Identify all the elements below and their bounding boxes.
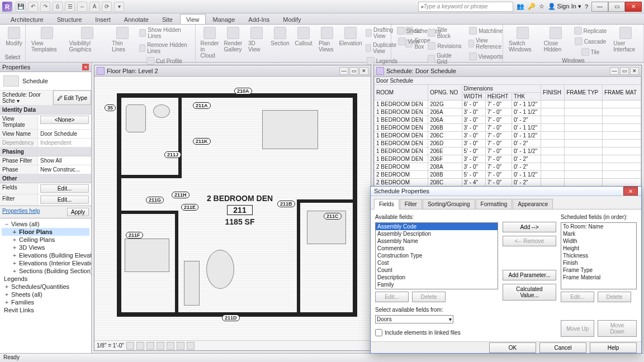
- title-block-button[interactable]: Title Block: [425, 26, 463, 40]
- user-interface-button[interactable]: User Interface: [611, 26, 640, 54]
- thin-lines-button[interactable]: Thin Lines: [110, 26, 135, 54]
- dialog-tab-fields[interactable]: Fields: [374, 199, 399, 209]
- scale-label[interactable]: 1/8" = 1'-0": [97, 342, 124, 349]
- replicate-button[interactable]: Replicate: [572, 26, 609, 36]
- door-tag[interactable]: 211D: [222, 315, 240, 321]
- revisions-button[interactable]: Revisions: [425, 41, 463, 51]
- include-linked-checkbox[interactable]: [375, 329, 382, 336]
- keys-icon[interactable]: 🔑: [528, 3, 536, 10]
- ribbon-tab-view[interactable]: View: [180, 14, 206, 24]
- qat-measure-icon[interactable]: ↔: [77, 2, 87, 12]
- sch-close-button[interactable]: ✕: [630, 67, 639, 75]
- dialog-tab-appearance[interactable]: Appearance: [513, 199, 553, 209]
- properties-close-icon[interactable]: ✕: [82, 64, 89, 70]
- scheduled-field-item[interactable]: Frame Material: [561, 274, 636, 281]
- ribbon-tab-modify[interactable]: Modify: [277, 14, 307, 24]
- available-fields-list[interactable]: Assembly CodeAssembly DescriptionAssembl…: [375, 222, 498, 289]
- scheduled-field-item[interactable]: To Room: Name: [561, 223, 636, 230]
- add-parameter-button[interactable]: Add Parameter...: [503, 270, 556, 280]
- app-icon[interactable]: R: [2, 2, 12, 12]
- qat-print-icon[interactable]: ⎙: [53, 2, 63, 12]
- render-gallery-button[interactable]: Render Gallery: [222, 26, 244, 54]
- calculated-value-button[interactable]: Calculated Value...: [503, 284, 556, 301]
- scheduled-field-item[interactable]: Thickness: [561, 252, 636, 259]
- schedule-titlebar[interactable]: Schedule: Door Schedule —▭✕: [374, 65, 641, 77]
- help-icon[interactable]: ?: [585, 3, 588, 10]
- switch-windows-button[interactable]: Switch Windows: [506, 26, 539, 54]
- phase-filter-value[interactable]: Show All: [38, 156, 91, 165]
- visual-style-icon[interactable]: [136, 342, 144, 350]
- project-browser[interactable]: − Views (all)+ Floor Plans+ Ceiling Plan…: [0, 218, 91, 353]
- fields-edit-button[interactable]: Edit...: [40, 184, 89, 193]
- ribbon-tab-add-ins[interactable]: Add-Ins: [242, 14, 276, 24]
- type-selector[interactable]: Schedule: [0, 72, 91, 90]
- tree-item[interactable]: Revit Links: [2, 306, 89, 314]
- available-field-item[interactable]: Assembly Code: [376, 223, 498, 230]
- ok-button[interactable]: OK: [489, 342, 536, 353]
- door-tag[interactable]: 211E: [181, 204, 198, 211]
- delete-scheduled-button[interactable]: Delete: [598, 292, 631, 302]
- qat-more-icon[interactable]: ▾: [114, 2, 124, 12]
- close-hidden-button[interactable]: Close Hidden: [542, 26, 570, 54]
- tree-item[interactable]: + Schedules/Quantities: [2, 283, 89, 290]
- available-field-item[interactable]: Family and Type: [376, 288, 498, 289]
- scheduled-field-item[interactable]: Mark: [561, 230, 636, 237]
- properties-help-link[interactable]: Properties help: [2, 208, 40, 216]
- delete-field-button[interactable]: Delete: [412, 292, 446, 302]
- ribbon-tab-manage[interactable]: Manage: [207, 14, 242, 24]
- callout-button[interactable]: Callout: [293, 26, 314, 47]
- tree-item[interactable]: + Families: [2, 298, 89, 306]
- tree-item[interactable]: Legends: [2, 275, 89, 283]
- maximize-button[interactable]: ▭: [608, 2, 625, 12]
- fp-min-button[interactable]: —: [339, 67, 348, 75]
- hide-icon[interactable]: [177, 342, 184, 350]
- fp-max-button[interactable]: ▭: [349, 67, 358, 75]
- 3d-view-button[interactable]: 3D View: [246, 26, 267, 54]
- elevation-button[interactable]: Elevation: [340, 26, 361, 47]
- sun-path-icon[interactable]: [146, 342, 154, 350]
- scheduled-field-item[interactable]: Width: [561, 237, 636, 245]
- qat-sync-icon[interactable]: ⟳: [102, 2, 112, 12]
- view-template-button[interactable]: <None>: [40, 116, 89, 124]
- ribbon-tab-site[interactable]: Site: [156, 14, 179, 24]
- qat-save-icon[interactable]: 💾: [16, 2, 26, 12]
- tree-item[interactable]: + Ceiling Plans: [2, 236, 89, 244]
- door-tag[interactable]: 211C: [324, 213, 342, 220]
- qat-redo-icon[interactable]: ↷: [40, 2, 50, 12]
- available-field-item[interactable]: Family: [376, 281, 498, 288]
- door-tag[interactable]: 211G: [146, 197, 164, 203]
- sch-max-button[interactable]: ▭: [620, 67, 629, 75]
- dialog-tab-sortinggrouping[interactable]: Sorting/Grouping: [423, 199, 475, 209]
- dialog-tab-formatting[interactable]: Formatting: [476, 199, 513, 209]
- close-button[interactable]: ✕: [625, 2, 642, 12]
- show-hidden-button[interactable]: Show Hidden Lines: [137, 26, 192, 40]
- phase-value[interactable]: New Construc...: [38, 165, 91, 174]
- door-tag[interactable]: 211A: [193, 102, 211, 109]
- qat-undo-icon[interactable]: ↶: [28, 2, 38, 12]
- dialog-tab-filter[interactable]: Filter: [400, 199, 422, 209]
- view-ref-button[interactable]: View Reference: [466, 36, 506, 51]
- remove-hidden-button[interactable]: Remove Hidden Lines: [137, 41, 192, 55]
- available-field-item[interactable]: Assembly Description: [376, 230, 498, 237]
- shadows-icon[interactable]: [157, 342, 164, 350]
- reveal-icon[interactable]: [187, 342, 195, 350]
- detail-level-icon[interactable]: [126, 342, 134, 350]
- ribbon-tab-architecture[interactable]: Architecture: [4, 14, 50, 24]
- edit-scheduled-button[interactable]: Edit...: [561, 292, 594, 302]
- view-cmd-button[interactable]: View: [395, 36, 423, 46]
- apply-button[interactable]: Apply: [67, 208, 89, 216]
- cascade-button[interactable]: Cascade: [572, 36, 609, 46]
- available-field-item[interactable]: Comments: [376, 245, 498, 252]
- available-field-item[interactable]: Count: [376, 266, 498, 274]
- door-tag[interactable]: 35: [105, 104, 116, 111]
- tree-item[interactable]: − Views (all): [2, 220, 89, 228]
- scheduled-field-item[interactable]: Height: [561, 245, 636, 252]
- door-tag[interactable]: 211H: [172, 192, 190, 198]
- tree-item[interactable]: + Sections (Building Section): [2, 267, 89, 275]
- sheet-button[interactable]: Sheet: [395, 26, 423, 36]
- dialog-close-button[interactable]: ✕: [623, 187, 638, 196]
- door-tag[interactable]: 210A: [234, 88, 252, 94]
- door-tag[interactable]: 211B: [277, 201, 295, 207]
- ribbon-tab-insert[interactable]: Insert: [89, 14, 117, 24]
- tree-item[interactable]: + Elevations (Interior Elevation): [2, 259, 89, 267]
